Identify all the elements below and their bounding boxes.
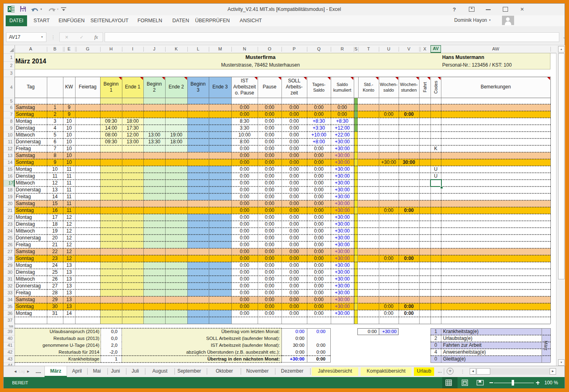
svg-text:X: X bbox=[8, 7, 11, 11]
